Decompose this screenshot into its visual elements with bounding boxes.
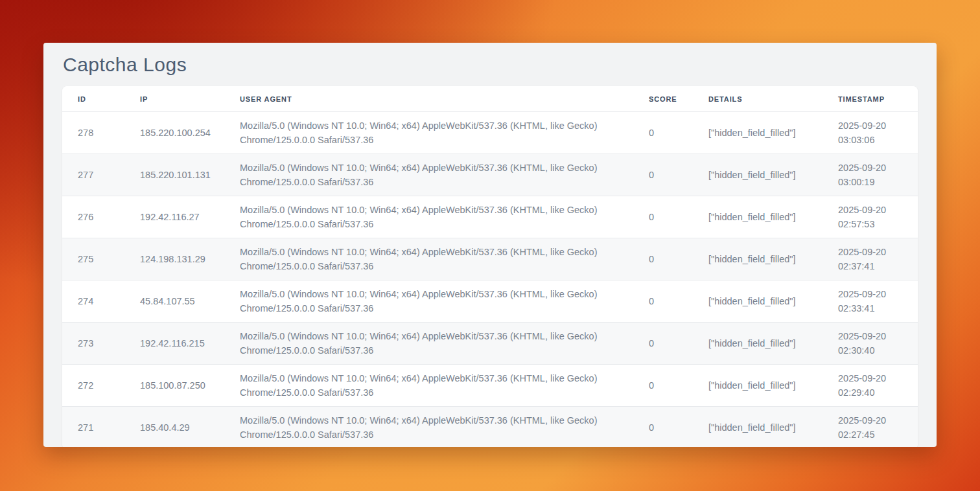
cell-ip: 45.84.107.55 — [124, 280, 224, 323]
page-title: Captcha Logs — [63, 54, 918, 76]
cell-score: 0 — [633, 365, 693, 407]
cell-details: ["hidden_field_filled"] — [693, 154, 822, 196]
cell-details: ["hidden_field_filled"] — [693, 112, 822, 154]
cell-timestamp: 2025-09-20 02:29:40 — [822, 365, 918, 407]
column-header-timestamp: TIMESTAMP — [822, 86, 918, 112]
cell-ip: 192.42.116.215 — [124, 323, 224, 365]
cell-score: 0 — [633, 154, 693, 196]
logs-table: ID IP USER AGENT SCORE DETAILS TIMESTAMP… — [62, 86, 918, 447]
cell-score: 0 — [633, 196, 693, 238]
cell-ip: 124.198.131.29 — [124, 238, 224, 280]
cell-timestamp: 2025-09-20 03:03:06 — [822, 112, 918, 154]
table-header-row: ID IP USER AGENT SCORE DETAILS TIMESTAMP — [62, 86, 918, 112]
logs-table-container: ID IP USER AGENT SCORE DETAILS TIMESTAMP… — [62, 86, 918, 447]
column-header-details: DETAILS — [693, 86, 822, 112]
table-row: 274 45.84.107.55 Mozilla/5.0 (Windows NT… — [62, 280, 918, 323]
cell-user-agent: Mozilla/5.0 (Windows NT 10.0; Win64; x64… — [224, 196, 633, 238]
cell-user-agent: Mozilla/5.0 (Windows NT 10.0; Win64; x64… — [224, 323, 633, 365]
cell-user-agent: Mozilla/5.0 (Windows NT 10.0; Win64; x64… — [224, 365, 633, 407]
table-row: 275 124.198.131.29 Mozilla/5.0 (Windows … — [62, 238, 918, 280]
cell-user-agent: Mozilla/5.0 (Windows NT 10.0; Win64; x64… — [224, 238, 633, 280]
cell-timestamp: 2025-09-20 02:27:45 — [822, 407, 918, 448]
cell-id: 273 — [62, 323, 124, 365]
cell-id: 278 — [62, 112, 124, 154]
table-body: 278 185.220.100.254 Mozilla/5.0 (Windows… — [62, 112, 918, 448]
cell-timestamp: 2025-09-20 02:37:41 — [822, 238, 918, 280]
table-header: ID IP USER AGENT SCORE DETAILS TIMESTAMP — [62, 86, 918, 112]
cell-details: ["hidden_field_filled"] — [693, 196, 822, 238]
cell-id: 271 — [62, 407, 124, 448]
cell-ip: 185.220.100.254 — [124, 112, 224, 154]
cell-details: ["hidden_field_filled"] — [693, 323, 822, 365]
cell-id: 275 — [62, 238, 124, 280]
table-row: 276 192.42.116.27 Mozilla/5.0 (Windows N… — [62, 196, 918, 238]
cell-ip: 185.220.101.131 — [124, 154, 224, 196]
cell-user-agent: Mozilla/5.0 (Windows NT 10.0; Win64; x64… — [224, 280, 633, 323]
table-row: 272 185.100.87.250 Mozilla/5.0 (Windows … — [62, 365, 918, 407]
page-background: { "page": { "title": "Captcha Logs" }, "… — [0, 0, 980, 491]
cell-details: ["hidden_field_filled"] — [693, 365, 822, 407]
cell-id: 272 — [62, 365, 124, 407]
cell-user-agent: Mozilla/5.0 (Windows NT 10.0; Win64; x64… — [224, 112, 633, 154]
cell-id: 274 — [62, 280, 124, 323]
cell-score: 0 — [633, 407, 693, 448]
cell-timestamp: 2025-09-20 02:30:40 — [822, 323, 918, 365]
cell-id: 277 — [62, 154, 124, 196]
column-header-user-agent: USER AGENT — [224, 86, 633, 112]
cell-score: 0 — [633, 238, 693, 280]
cell-ip: 185.40.4.29 — [124, 407, 224, 448]
cell-score: 0 — [633, 323, 693, 365]
column-header-ip: IP — [124, 86, 224, 112]
cell-details: ["hidden_field_filled"] — [693, 238, 822, 280]
cell-score: 0 — [633, 280, 693, 323]
cell-timestamp: 2025-09-20 03:00:19 — [822, 154, 918, 196]
cell-id: 276 — [62, 196, 124, 238]
cell-details: ["hidden_field_filled"] — [693, 407, 822, 448]
column-header-id: ID — [62, 86, 124, 112]
cell-score: 0 — [633, 112, 693, 154]
cell-ip: 192.42.116.27 — [124, 196, 224, 238]
table-row: 277 185.220.101.131 Mozilla/5.0 (Windows… — [62, 154, 918, 196]
table-row: 271 185.40.4.29 Mozilla/5.0 (Windows NT … — [62, 407, 918, 448]
cell-timestamp: 2025-09-20 02:57:53 — [822, 196, 918, 238]
cell-timestamp: 2025-09-20 02:33:41 — [822, 280, 918, 323]
captcha-logs-card: Captcha Logs ID IP USER AGENT SCORE DETA… — [43, 43, 937, 447]
column-header-score: SCORE — [633, 86, 693, 112]
table-row: 273 192.42.116.215 Mozilla/5.0 (Windows … — [62, 323, 918, 365]
cell-user-agent: Mozilla/5.0 (Windows NT 10.0; Win64; x64… — [224, 154, 633, 196]
table-row: 278 185.220.100.254 Mozilla/5.0 (Windows… — [62, 112, 918, 154]
cell-user-agent: Mozilla/5.0 (Windows NT 10.0; Win64; x64… — [224, 407, 633, 448]
cell-ip: 185.100.87.250 — [124, 365, 224, 407]
cell-details: ["hidden_field_filled"] — [693, 280, 822, 323]
